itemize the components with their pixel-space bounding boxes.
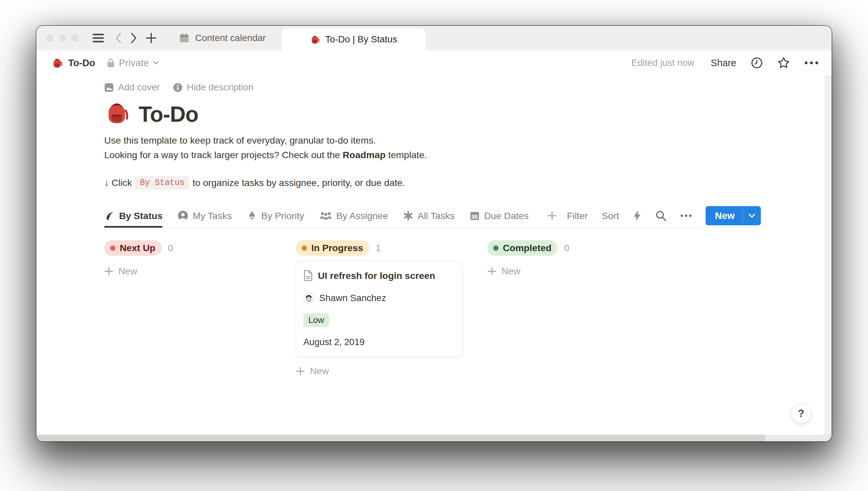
lock-icon xyxy=(107,58,115,68)
status-dot xyxy=(110,246,115,251)
view-tab-by-assignee[interactable]: By Assignee xyxy=(320,204,388,227)
add-view-icon[interactable] xyxy=(547,204,557,227)
people-icon xyxy=(320,211,332,221)
page-icon-backpack-emoji[interactable] xyxy=(104,100,129,125)
close-window-button[interactable] xyxy=(46,34,54,42)
status-pill-next-up[interactable]: Next Up xyxy=(104,240,161,256)
search-icon[interactable] xyxy=(655,210,666,221)
plus-icon xyxy=(487,267,497,276)
page-icon xyxy=(303,270,313,281)
assignee-avatar xyxy=(303,292,314,304)
calendar-icon xyxy=(179,33,189,43)
description-line-2: Looking for a way to track larger projec… xyxy=(104,148,761,162)
chevron-down-icon xyxy=(153,61,159,65)
view-tab-label: By Assignee xyxy=(336,210,388,221)
view-options-icon[interactable] xyxy=(681,214,692,217)
back-icon[interactable] xyxy=(115,32,122,44)
status-label: In Progress xyxy=(311,242,363,254)
status-dot xyxy=(302,246,307,251)
status-pill-in-progress[interactable]: In Progress xyxy=(296,240,369,256)
board-view-icon xyxy=(104,210,115,221)
new-button-dropdown[interactable] xyxy=(743,206,761,225)
privacy-dropdown[interactable]: Private xyxy=(107,58,159,68)
view-tab-my-tasks[interactable]: My Tasks xyxy=(178,204,232,227)
person-icon xyxy=(178,210,188,221)
share-button[interactable]: Share xyxy=(711,58,736,68)
view-tab-by-status[interactable]: By Status xyxy=(104,204,162,227)
view-tab-label: By Priority xyxy=(261,210,304,221)
more-options-icon[interactable] xyxy=(805,61,818,64)
card-title: UI refresh for login screen xyxy=(318,270,435,281)
calendar-icon xyxy=(470,211,480,221)
view-tab-label: My Tasks xyxy=(192,210,232,221)
column-count: 0 xyxy=(564,242,569,254)
plus-icon xyxy=(296,367,305,376)
tab-label: To-Do | By Status xyxy=(325,34,397,45)
new-tab-icon[interactable] xyxy=(146,32,157,44)
backpack-emoji xyxy=(52,57,63,68)
callout-text: to organize tasks by assignee, priority,… xyxy=(192,177,405,188)
description-text: Looking for a way to track larger projec… xyxy=(104,149,343,160)
privacy-label: Private xyxy=(119,58,149,68)
breadcrumb[interactable]: To-Do xyxy=(52,57,95,68)
help-button[interactable]: ? xyxy=(791,404,811,424)
vertical-scrollbar[interactable] xyxy=(824,76,832,435)
filter-button[interactable]: Filter xyxy=(567,210,588,221)
help-label: ? xyxy=(798,408,805,420)
description-text: template. xyxy=(386,149,427,160)
status-label: Next Up xyxy=(120,242,155,254)
assignee-name: Shawn Sanchez xyxy=(319,293,386,304)
add-card-button[interactable]: New xyxy=(487,266,654,277)
add-card-label: New xyxy=(502,266,520,277)
add-cover-button[interactable]: Add cover xyxy=(104,82,160,93)
add-card-button[interactable]: New xyxy=(296,366,463,377)
page-description[interactable]: Use this template to keep track of every… xyxy=(104,133,761,162)
page-header-bar: To-Do Private Edited just now Share xyxy=(36,50,832,76)
minimize-window-button[interactable] xyxy=(59,34,66,42)
view-tab-label: All Tasks xyxy=(417,210,454,221)
callout-line[interactable]: ↓ Click By Status to organize tasks by a… xyxy=(104,176,761,190)
sort-button[interactable]: Sort xyxy=(602,210,619,221)
add-card-button[interactable]: New xyxy=(104,266,271,277)
tab-todo-by-status[interactable]: To-Do | By Status xyxy=(282,28,425,50)
image-icon xyxy=(104,83,114,92)
forward-icon[interactable] xyxy=(130,32,137,44)
status-label: Completed xyxy=(503,242,551,254)
new-button[interactable]: New xyxy=(706,206,761,225)
view-tab-due-dates[interactable]: Due Dates xyxy=(470,204,529,227)
sidebar-menu-icon[interactable] xyxy=(93,33,104,43)
task-card[interactable]: UI refresh for login screen Shawn Sanche… xyxy=(296,261,463,357)
hide-description-button[interactable]: Hide description xyxy=(173,82,253,93)
priority-tag: Low xyxy=(303,313,329,327)
horizontal-scrollbar-thumb[interactable] xyxy=(36,435,765,441)
new-button-label[interactable]: New xyxy=(706,206,743,225)
history-icon[interactable] xyxy=(751,57,763,69)
kanban-board: Next Up 0 New In Progress 1 xyxy=(104,240,761,377)
callout-text: ↓ Click xyxy=(104,177,132,188)
view-tab-all-tasks[interactable]: All Tasks xyxy=(403,204,454,227)
automation-bolt-icon[interactable] xyxy=(633,210,641,221)
page-title[interactable]: To-Do xyxy=(139,103,199,125)
page-content: Add cover Hide description To-Do xyxy=(36,76,832,441)
info-icon xyxy=(173,83,183,92)
notion-window: Content calendar To-Do | By Status To-Do xyxy=(36,26,832,441)
status-pill-completed[interactable]: Completed xyxy=(487,240,558,256)
horizontal-scrollbar[interactable] xyxy=(36,435,832,441)
add-card-label: New xyxy=(118,266,137,277)
window-tab-bar: Content calendar To-Do | By Status xyxy=(36,26,832,50)
view-tab-label: Due Dates xyxy=(484,210,529,221)
zoom-window-button[interactable] xyxy=(71,34,79,42)
flame-icon xyxy=(247,210,257,221)
tab-content-calendar[interactable]: Content calendar xyxy=(179,33,266,44)
by-status-code-tag: By Status xyxy=(135,176,189,190)
tab-label: Content calendar xyxy=(195,33,266,44)
column-in-progress: In Progress 1 UI refresh for login scree… xyxy=(296,240,463,377)
add-cover-label: Add cover xyxy=(118,82,160,93)
breadcrumb-page-title: To-Do xyxy=(68,58,95,68)
view-tab-by-priority[interactable]: By Priority xyxy=(247,204,304,227)
favorite-star-icon[interactable] xyxy=(777,57,790,69)
description-line-1: Use this template to keep track of every… xyxy=(104,133,761,148)
view-tab-label: By Status xyxy=(119,210,162,221)
backpack-emoji xyxy=(310,34,320,44)
column-count: 1 xyxy=(376,242,381,254)
